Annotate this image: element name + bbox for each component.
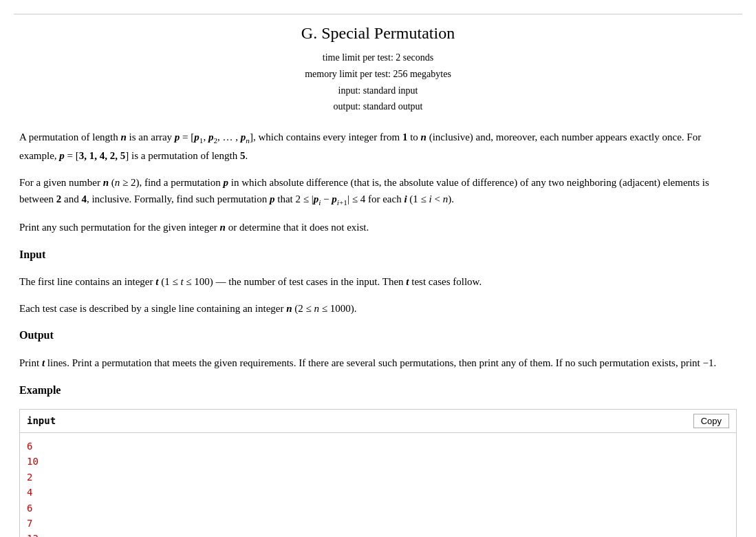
copy-button[interactable]: Copy [693, 414, 729, 428]
problem-para3: Print any such permutation for the given… [19, 219, 737, 236]
code-block-header: input Copy [20, 410, 736, 433]
input-para2: Each test case is described by a single … [19, 300, 737, 317]
input-para1: The first line contains an integer t (1 … [19, 273, 737, 291]
input-section: Input The first line contains an integer… [19, 246, 737, 317]
input-code-block: input Copy 6 10 2 4 6 7 13 [19, 409, 737, 537]
example-section: Example input Copy 6 10 2 4 6 7 13 [19, 381, 737, 537]
input-type: input: standard input [14, 83, 742, 99]
memory-limit: memory limit per test: 256 megabytes [14, 66, 742, 83]
example-title: Example [19, 381, 737, 399]
problem-body: A permutation of length n is an array p … [14, 129, 742, 537]
time-limit: time limit per test: 2 seconds [14, 50, 742, 66]
code-block-content: 6 10 2 4 6 7 13 [20, 433, 736, 537]
input-section-title: Input [19, 246, 737, 264]
problem-para1: A permutation of length n is an array p … [19, 129, 737, 164]
page-title: G. Special Permutation [14, 24, 742, 43]
output-para1: Print t lines. Print a permutation that … [19, 355, 737, 372]
output-type: output: standard output [14, 98, 742, 115]
problem-para2: For a given number n (n ≥ 2), find a per… [19, 174, 737, 209]
meta-info: time limit per test: 2 seconds memory li… [14, 50, 742, 115]
output-section: Output Print t lines. Print a permutatio… [19, 326, 737, 371]
output-section-title: Output [19, 326, 737, 344]
code-block-label: input [27, 415, 56, 426]
